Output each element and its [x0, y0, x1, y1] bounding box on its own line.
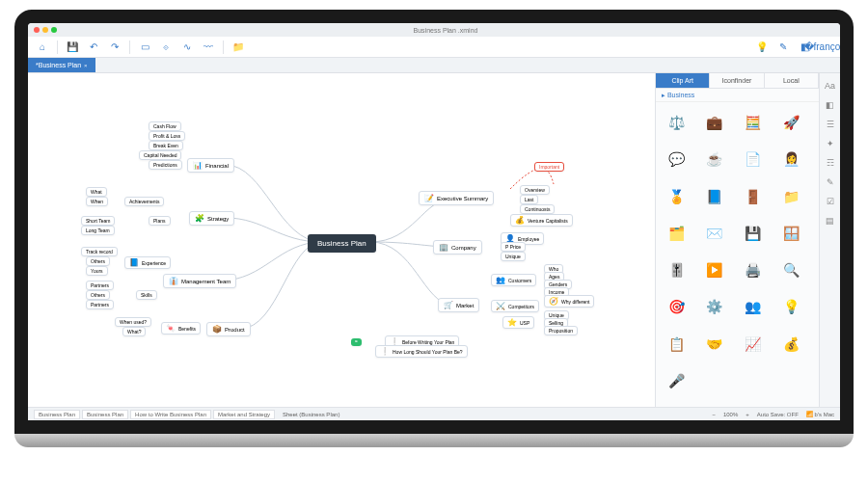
sheet-tab[interactable]: How to Write Business Plan [130, 410, 211, 419]
clipart-window-icon[interactable]: 🪟 [778, 221, 803, 246]
clipart-book-icon[interactable]: 📘 [702, 184, 727, 209]
node-plans[interactable]: Plans [149, 216, 171, 226]
node-item[interactable]: Yours [86, 266, 108, 276]
node-item[interactable]: Short Team [81, 216, 115, 226]
subtopic-button[interactable]: ⟐ [159, 40, 173, 54]
rail-clipart-icon[interactable]: ✦ [824, 137, 837, 150]
clipart-coin-icon[interactable]: 💰 [778, 332, 803, 357]
clipart-target-icon[interactable]: 🎯 [664, 294, 689, 319]
clipart-briefcase-icon[interactable]: 💼 [702, 110, 727, 135]
clipart-idea-icon[interactable]: 💡 [778, 294, 803, 319]
node-item[interactable]: Profit & Loss [149, 131, 185, 141]
folder-button[interactable]: 📁 [231, 40, 245, 54]
node-item[interactable]: Others [86, 290, 110, 300]
node-item[interactable]: P Price [501, 242, 526, 252]
redo-button[interactable]: ↷ [108, 40, 122, 54]
close-icon[interactable] [34, 27, 40, 33]
clipart-search-icon[interactable]: 🔍 [778, 257, 803, 282]
rail-marker-icon[interactable]: ◧ [824, 98, 837, 112]
node-item[interactable]: Others [86, 256, 110, 266]
center-node[interactable]: Business Plan [308, 234, 376, 253]
clipart-gear-icon[interactable]: ⚙️ [702, 294, 727, 319]
node-company[interactable]: 🏢Company [433, 240, 482, 254]
clipart-rocket-icon[interactable]: 🚀 [778, 110, 803, 135]
node-item[interactable]: What [86, 187, 107, 197]
undo-button[interactable]: ↶ [87, 40, 100, 54]
clipart-mail-icon[interactable]: ✉️ [702, 221, 727, 246]
rail-format-icon[interactable]: Aa [824, 79, 837, 93]
node-management[interactable]: 👔Management Team [163, 274, 236, 288]
panel-tab-clip-art[interactable]: Clip Art [656, 73, 710, 88]
node-strategy[interactable]: 🧩Strategy [189, 211, 234, 226]
node-competitors[interactable]: ⚔️Competitors [491, 300, 539, 312]
node-achievements[interactable]: Achievements [124, 197, 164, 206]
node-item[interactable]: Long Team [81, 226, 115, 235]
clipart-folder-o-icon[interactable]: 📁 [778, 184, 803, 209]
panel-tab-local[interactable]: Local [765, 73, 819, 88]
clipart-slider-icon[interactable]: 🎚️ [664, 257, 689, 282]
node-item[interactable]: Break Even [149, 141, 183, 150]
minimize-icon[interactable] [42, 27, 48, 33]
share-button[interactable]: �françois [819, 40, 832, 54]
clipart-folder-b-icon[interactable]: 🗂️ [664, 221, 689, 246]
panel-category[interactable]: ▸ Business [656, 89, 819, 102]
clipart-scales-icon[interactable]: ⚖️ [664, 110, 689, 135]
node-item[interactable]: Predictions [149, 160, 182, 170]
clipart-ribbon-icon[interactable]: 🏅 [664, 184, 689, 209]
clipart-empty-icon[interactable] [702, 368, 727, 393]
panel-tab-iconfinder[interactable]: Iconfinder [710, 73, 764, 88]
node-item[interactable]: 🧭Why different [544, 295, 594, 308]
close-tab-icon[interactable]: × [84, 63, 88, 68]
node-item[interactable]: 💰Venture Capitalists [510, 214, 573, 227]
node-executive-summary[interactable]: 📝Executive Summary [419, 191, 494, 205]
topic-button[interactable]: ▭ [138, 40, 151, 54]
style-button[interactable]: ✎ [776, 40, 790, 54]
node-item[interactable]: Proposition [544, 326, 578, 335]
callout[interactable]: Important [534, 162, 564, 172]
node-item[interactable]: ❕How Long Should Your Plan Be? [375, 345, 468, 358]
node-usp[interactable]: ⭐USP [502, 316, 534, 329]
clipart-calculator-icon[interactable]: 🧮 [741, 110, 766, 135]
zoom-in-button[interactable]: + [746, 412, 749, 417]
clipart-doc-icon[interactable]: 📄 [741, 147, 766, 172]
node-customers[interactable]: 👥Customers [491, 274, 536, 286]
node-item[interactable]: Cash Flow [149, 121, 181, 131]
document-tab[interactable]: *Business Plan × [28, 58, 95, 72]
node-skills[interactable]: Skills [136, 290, 157, 300]
clipart-play-icon[interactable]: ▶️ [702, 257, 727, 282]
clipart-headset-icon[interactable]: 👩‍💼 [778, 147, 803, 172]
node-item[interactable]: When [86, 197, 108, 206]
rail-tree-icon[interactable]: ☶ [824, 156, 837, 170]
rail-note-icon[interactable]: ✎ [824, 175, 837, 189]
boundary-button[interactable]: 〰 [202, 40, 215, 54]
node-item[interactable]: What? [122, 327, 146, 336]
clipart-chart-icon[interactable]: 📈 [741, 332, 766, 357]
rail-outline-icon[interactable]: ☰ [824, 118, 837, 131]
node-item[interactable]: Overview [520, 185, 550, 195]
clipart-chat-icon[interactable]: 💬 [664, 147, 689, 172]
node-item[interactable]: Capital Needed [139, 150, 181, 160]
clipart-form-icon[interactable]: 📋 [664, 332, 689, 357]
save-button[interactable]: 💾 [66, 40, 79, 54]
zoom-out-button[interactable]: − [712, 412, 716, 417]
clipart-deal-icon[interactable]: 🤝 [702, 332, 727, 357]
node-item[interactable]: Partners [86, 300, 114, 309]
node-product[interactable]: 📦Product [206, 322, 251, 336]
node-item[interactable]: Partners [86, 281, 114, 290]
node-item[interactable]: Track record [81, 247, 118, 256]
clipart-coffee-icon[interactable]: ☕ [702, 147, 727, 172]
node-item[interactable]: When used? [115, 317, 151, 327]
node-item[interactable]: Continuosts [520, 204, 555, 214]
node-item[interactable]: Unique [501, 252, 526, 261]
clipart-mic-icon[interactable]: 🎤 [664, 368, 689, 393]
node-market[interactable]: 🛒Market [438, 298, 479, 312]
node-item[interactable]: Last [520, 195, 538, 204]
sheet-tab[interactable]: Market and Strategy [213, 410, 275, 419]
clipart-people-icon[interactable]: 👥 [741, 294, 766, 319]
mindmap-canvas[interactable]: Business Plan 📊Financial Cash Flow Profi… [28, 73, 655, 407]
node-financial[interactable]: 📊Financial [187, 158, 234, 173]
clipart-card-icon[interactable]: 💾 [741, 221, 766, 246]
node-benefits[interactable]: 🍬Benefits [161, 322, 201, 335]
rail-sheet-icon[interactable]: ▤ [824, 214, 837, 228]
clipart-printer-icon[interactable]: 🖨️ [741, 257, 766, 282]
